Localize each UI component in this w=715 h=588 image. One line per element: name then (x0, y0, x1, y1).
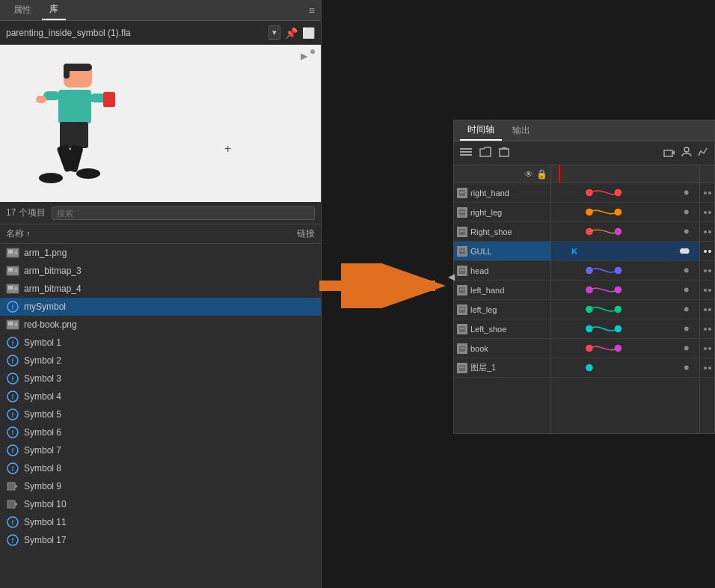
list-item[interactable]: f Symbol 2 (0, 352, 321, 370)
svg-rect-56 (460, 154, 472, 156)
layer-row-book[interactable]: book (454, 339, 550, 358)
svg-marker-47 (15, 502, 18, 506)
item-label: Symbol 5 (24, 409, 315, 420)
layer-row-head[interactable]: head (454, 261, 550, 281)
dot (708, 289, 711, 292)
svg-point-84 (615, 189, 622, 197)
copy-icon[interactable]: ⬜ (302, 27, 315, 39)
svg-point-97 (684, 269, 689, 273)
list-item[interactable]: f Symbol 1 (0, 334, 321, 352)
layer-row-left-shoe[interactable]: Left_shoe (454, 319, 550, 339)
dot-row (700, 281, 714, 300)
list-item[interactable]: red-book.png (0, 316, 321, 334)
frame-row-right-shoe[interactable] (551, 222, 699, 242)
list-item[interactable]: Symbol 10 (0, 495, 321, 513)
svg-text:f: f (12, 393, 14, 401)
frame-row-left-hand[interactable] (551, 281, 699, 300)
layers-icon[interactable] (460, 147, 472, 159)
dot-row (700, 339, 714, 358)
frame-row-right-leg[interactable] (551, 203, 699, 222)
lock-icon[interactable]: 🔒 (536, 169, 547, 180)
layer-name: Left_shoe (470, 325, 547, 334)
symbol-icon: f (6, 336, 19, 349)
svg-rect-3 (58, 90, 91, 123)
svg-point-94 (684, 248, 690, 254)
person-icon[interactable] (681, 147, 692, 159)
frame-row-left-leg[interactable] (551, 300, 699, 319)
camera-icon[interactable] (663, 147, 675, 159)
timeline-toolbar (454, 141, 714, 165)
svg-rect-21 (8, 286, 13, 290)
tab-library[interactable]: 库 (42, 0, 66, 20)
list-item[interactable]: f Symbol 17 (0, 531, 321, 549)
frame-row-book[interactable] (551, 339, 699, 358)
dot-row-gull (700, 242, 714, 261)
panel-collapse-arrow[interactable]: ◀ (448, 272, 455, 282)
preview-area: ▶ (0, 45, 321, 202)
svg-point-103 (684, 307, 689, 312)
list-item[interactable]: f Symbol 5 (0, 405, 321, 423)
direction-arrow (316, 263, 450, 310)
file-name: parenting_inside_symbol (1).fla (6, 28, 264, 38)
list-item[interactable]: arm_1.png (0, 244, 321, 262)
item-label: Symbol 17 (24, 535, 315, 545)
layer-row-gull[interactable]: GULL (454, 242, 550, 261)
svg-text:f: f (12, 465, 14, 473)
search-input[interactable] (52, 206, 315, 220)
svg-point-12 (39, 173, 63, 183)
file-dropdown-button[interactable]: ▾ (268, 25, 280, 40)
list-item[interactable]: f Symbol 4 (0, 388, 321, 405)
chart-icon[interactable] (698, 147, 708, 159)
eye-icon[interactable]: 👁 (524, 169, 533, 180)
frame-row-layer1[interactable] (551, 358, 699, 378)
sort-arrow[interactable]: ↑ (26, 230, 30, 238)
tab-timeline[interactable]: 时间轴 (460, 120, 502, 141)
list-item[interactable]: arm_bitmap_4 (0, 280, 321, 298)
list-item[interactable]: f Symbol 11 (0, 513, 321, 531)
layer-name: Right_shoe (470, 227, 547, 236)
layers-column: 👁 🔒 right_hand right_leg (454, 165, 551, 433)
svg-point-91 (684, 230, 689, 234)
svg-rect-60 (664, 150, 672, 156)
folder-icon[interactable] (479, 147, 491, 159)
dot (708, 308, 711, 311)
svg-text:f: f (12, 429, 14, 437)
tab-output[interactable]: 输出 (505, 121, 538, 140)
preview-nav-arrow[interactable]: ▶ (301, 51, 307, 61)
layer-type-icon (457, 343, 467, 354)
list-item[interactable]: f Symbol 6 (0, 423, 321, 441)
video-icon (6, 480, 19, 493)
dot-row (700, 358, 714, 378)
list-item[interactable]: f Symbol 3 (0, 370, 321, 388)
item-label: Symbol 2 (24, 355, 315, 366)
layer-row-left-hand[interactable]: left_hand (454, 281, 550, 300)
playhead[interactable] (559, 165, 560, 183)
layer-row-right-shoe[interactable]: Right_shoe (454, 222, 550, 242)
dot-row (700, 203, 714, 222)
pin-icon[interactable]: 📌 (285, 27, 298, 39)
layer-row-layer1[interactable]: 图层_1 (454, 358, 550, 378)
frame-row-right-hand[interactable] (551, 183, 699, 203)
list-item[interactable]: Symbol 9 (0, 477, 321, 495)
list-item[interactable]: f Symbol 7 (0, 441, 321, 459)
panel-menu-icon[interactable]: ≡ (309, 4, 315, 16)
list-item[interactable]: f Symbol 8 (0, 459, 321, 477)
svg-rect-9 (73, 122, 88, 148)
layer-row-right-leg[interactable]: right_leg (454, 203, 550, 222)
layer-row-right-hand[interactable]: right_hand (454, 183, 550, 203)
svg-point-109 (684, 346, 689, 351)
dot (708, 328, 711, 331)
layer-name: book (470, 344, 547, 353)
tab-properties[interactable]: 属性 (6, 1, 39, 19)
symbol-icon: f (6, 462, 19, 475)
list-item[interactable]: arm_bitmap_3 (0, 262, 321, 280)
dots-column (699, 165, 714, 433)
list-item-mySymbol[interactable]: f mySymbol (0, 298, 321, 316)
delete-icon[interactable] (499, 147, 509, 159)
svg-rect-15 (8, 250, 13, 254)
frame-row-gull[interactable]: K (551, 242, 699, 261)
dot (708, 230, 711, 233)
frame-row-head[interactable] (551, 261, 699, 281)
frame-row-left-shoe[interactable] (551, 319, 699, 339)
layer-row-left-leg[interactable]: left_leg (454, 300, 550, 319)
